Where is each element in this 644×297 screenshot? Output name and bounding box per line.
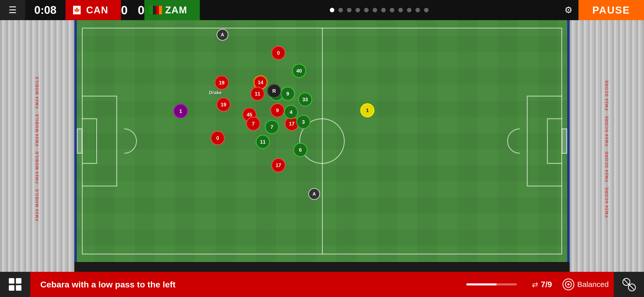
player-green-0[interactable]: 40 <box>292 64 306 78</box>
zambia-flag <box>149 6 162 14</box>
dot-3 <box>347 8 351 12</box>
tactics-grid-icon <box>8 277 23 292</box>
player-red-3[interactable]: 19 <box>216 97 231 112</box>
pause-button[interactable]: PAUSE <box>578 0 644 20</box>
canada-flag: 🍁 <box>71 6 83 14</box>
score-home: 0 <box>121 3 128 17</box>
dot-4 <box>356 8 360 12</box>
dot-7 <box>381 8 386 12</box>
svg-rect-1 <box>16 278 21 284</box>
commentary-progress-fill <box>466 283 497 285</box>
bottom-bar: Cebara with a low pass to the left ⇄ 7/9… <box>0 272 644 297</box>
player-yellow-1[interactable]: 1 <box>360 103 374 117</box>
left-ad-panel: FM24 MOBILE FM24 MOBILE FM24 MOBILE FM24… <box>0 20 74 277</box>
top-bar: ☰ 0:08 🍁 CAN 0 0 ZAM <box>0 0 644 20</box>
menu-button[interactable]: ☰ <box>0 0 25 20</box>
pitch-container: A 19 Drake 14 11 19 45 7 9 17 0 17 0 40 … <box>74 20 570 277</box>
score-display: 0 0 <box>121 3 144 17</box>
player-green-2[interactable]: 9 <box>281 87 295 101</box>
dot-11 <box>415 8 420 12</box>
player-purple-1[interactable]: 1 <box>174 104 188 118</box>
svg-point-6 <box>567 283 569 285</box>
svg-rect-0 <box>9 278 14 284</box>
team-can-name: CAN <box>86 5 108 16</box>
left-goal-area <box>82 118 97 164</box>
player-green-7[interactable]: 11 <box>256 135 270 149</box>
gear-icon: ⚙ <box>564 5 572 15</box>
tactics-label: Balanced <box>577 280 609 289</box>
player-red-9[interactable]: 17 <box>271 158 285 172</box>
substitution-section[interactable]: ⇄ 7/9 <box>527 280 557 289</box>
player-red-0[interactable]: 19 Drake <box>215 76 229 90</box>
hamburger-icon: ☰ <box>9 5 17 15</box>
dot-1 <box>330 8 334 12</box>
score-away: 0 <box>138 3 145 17</box>
player-green-8[interactable]: 6 <box>293 143 307 157</box>
dot-8 <box>390 8 394 12</box>
progress-dots <box>200 8 558 12</box>
tactics-section[interactable]: Balanced <box>557 278 614 291</box>
left-goal <box>77 128 82 154</box>
a-marker-bottom[interactable]: A <box>308 188 320 200</box>
tactics-target-icon <box>562 278 575 291</box>
left-tactics-button[interactable] <box>0 272 30 297</box>
dot-5 <box>364 8 369 12</box>
player-label-drake: Drake <box>209 90 222 95</box>
commentary-section: Cebara with a low pass to the left <box>30 272 527 297</box>
right-ad-panel: FM24 SCORE FM24 SCORE FM24 SCORE FM24 SC… <box>570 20 644 277</box>
maple-leaf-icon: 🍁 <box>74 7 80 13</box>
player-referee[interactable]: R <box>267 84 281 98</box>
a-marker-top[interactable]: A <box>217 29 228 41</box>
blue-banner-left <box>74 20 77 262</box>
pause-label: PAUSE <box>592 5 630 16</box>
team-zam-badge: ZAM <box>144 0 200 20</box>
right-goal <box>562 128 567 154</box>
player-red-2[interactable]: 11 <box>250 87 265 101</box>
dot-12 <box>424 8 429 12</box>
commentary-progress-bar <box>466 283 517 285</box>
player-green-6[interactable]: 3 <box>296 115 310 129</box>
player-green-3[interactable]: 33 <box>298 92 312 107</box>
left-panel-text: FM24 MOBILE FM24 MOBILE FM24 MOBILE FM24… <box>35 76 40 221</box>
right-tactics-button[interactable] <box>614 272 644 297</box>
player-red-10[interactable]: 0 <box>271 46 285 60</box>
dot-6 <box>373 8 377 12</box>
dot-9 <box>398 8 403 12</box>
player-red-6[interactable]: 9 <box>270 103 284 117</box>
player-green-5[interactable]: 7 <box>265 120 279 134</box>
game-timer: 0:08 <box>25 4 66 16</box>
substitution-icon: ⇄ <box>532 280 538 289</box>
commentary-text: Cebara with a low pass to the left <box>40 280 461 289</box>
dot-2 <box>338 8 343 12</box>
svg-line-8 <box>624 279 634 289</box>
svg-rect-3 <box>16 285 21 291</box>
player-green-4[interactable]: 4 <box>284 105 298 119</box>
blue-banner-right <box>567 20 570 262</box>
team-zam-name: ZAM <box>165 5 187 16</box>
substitution-count: 7/9 <box>541 280 552 289</box>
football-pitch: A 19 Drake 14 11 19 45 7 9 17 0 17 0 40 … <box>74 20 570 262</box>
right-panel-text: FM24 SCORE FM24 SCORE FM24 SCORE FM24 SC… <box>605 80 609 217</box>
team-can-badge: 🍁 CAN <box>66 0 121 20</box>
right-goal-area <box>547 118 562 164</box>
player-red-8[interactable]: 0 <box>211 131 225 145</box>
dot-10 <box>407 8 411 12</box>
settings-button[interactable]: ⚙ <box>558 0 578 20</box>
player-red-5[interactable]: 7 <box>246 117 260 131</box>
svg-rect-2 <box>9 285 14 291</box>
player-swap-icon <box>621 277 636 292</box>
